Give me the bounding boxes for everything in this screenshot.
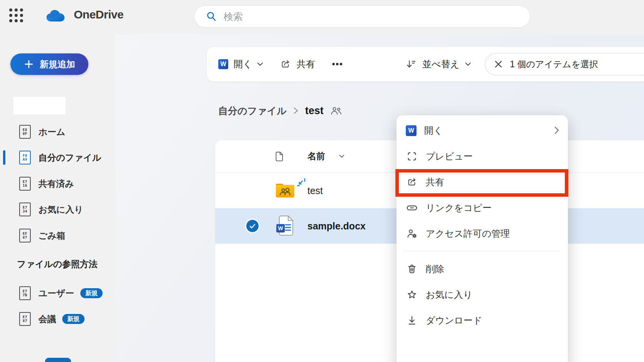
search-icon (206, 11, 217, 22)
sidebar-item-shared[interactable]: E716 共有済み (0, 173, 115, 194)
sidebar-item-label: 会議 (38, 313, 56, 325)
sort-label: 並べ替え (422, 58, 460, 70)
trash-icon (406, 263, 418, 275)
selected-check-icon[interactable] (246, 220, 259, 232)
chevron-down-icon (465, 62, 471, 66)
favorites-icon: E734 (19, 203, 31, 216)
menu-item-preview[interactable]: プレビュー (397, 143, 568, 169)
add-new-button[interactable]: 新規追加 (10, 53, 88, 75)
link-icon (406, 202, 418, 214)
breadcrumb-chevron-icon (294, 107, 298, 115)
sidebar-item-label: ごみ箱 (38, 230, 65, 242)
open-button[interactable]: W 開く (218, 47, 263, 81)
download-icon (406, 315, 418, 326)
menu-item-label: お気に入り (426, 289, 473, 301)
app-launcher-icon[interactable] (9, 8, 25, 24)
share-label: 共有 (297, 58, 315, 70)
shared-folder-icon (273, 182, 297, 199)
sidebar-item-my-files[interactable]: F0A9 自分のファイル (0, 147, 115, 168)
menu-item-label: リンクをコピー (426, 202, 491, 214)
word-icon: W (406, 125, 417, 136)
chevron-right-icon (554, 126, 559, 135)
more-icon: ••• (332, 59, 343, 69)
more-actions-button[interactable]: ••• (332, 47, 343, 81)
sidebar-item-label: 共有済み (38, 178, 74, 190)
sidebar-item-home[interactable]: E80F ホーム (0, 121, 115, 143)
sidebar-item-label: お気に入り (38, 204, 83, 216)
file-name[interactable]: test (307, 185, 323, 196)
add-new-label: 新規追加 (40, 58, 75, 70)
browse-files-section-header: ファイルの参照方法 (17, 258, 98, 270)
name-column-header[interactable]: 名前 (307, 150, 325, 162)
menu-item-label: 共有 (426, 176, 444, 188)
chevron-down-icon (257, 62, 263, 66)
menu-item-delete[interactable]: 削除 (397, 256, 568, 282)
plus-icon (24, 59, 34, 69)
menu-divider (404, 251, 560, 251)
file-name[interactable]: sample.docx (307, 221, 365, 232)
new-badge: 新規 (80, 288, 103, 298)
sidebar-item-recycle-bin[interactable]: EF87 ごみ箱 (0, 225, 115, 246)
clear-selection-icon[interactable] (495, 60, 502, 68)
document-column-icon (274, 151, 284, 162)
menu-item-label: 削除 (426, 263, 444, 275)
new-badge: 新規 (62, 314, 85, 324)
search-input[interactable]: 検索 (194, 5, 530, 28)
svg-text:W: W (278, 225, 283, 231)
share-button[interactable]: 共有 (280, 47, 315, 81)
sort-icon (405, 58, 417, 70)
onedrive-logo-icon (45, 7, 68, 22)
command-toolbar: W 開く 共有 ••• 並べ替え 1 個のアイテムを選択 (207, 47, 644, 81)
app-title: OneDrive (74, 8, 123, 21)
redacted-user-label (13, 97, 66, 115)
partial-new-badge (45, 358, 71, 362)
shared-icon: E716 (19, 177, 31, 191)
selection-status-label: 1 個のアイテムを選択 (510, 58, 598, 70)
onedrive-brand[interactable]: OneDrive (45, 7, 123, 22)
preview-icon (406, 151, 418, 162)
my-files-icon: F0A9 (19, 151, 31, 164)
share-icon (406, 176, 418, 188)
word-file-icon: W (273, 215, 297, 237)
chevron-down-icon[interactable] (339, 154, 345, 158)
sidebar-item-favorites[interactable]: E734 お気に入り (0, 199, 115, 220)
menu-item-label: ダウンロード (426, 314, 482, 327)
shared-people-icon (330, 106, 342, 116)
menu-item-label: 開く (424, 125, 443, 137)
menu-item-open[interactable]: W 開く (397, 118, 568, 143)
selection-status-pill[interactable]: 1 個のアイテムを選択 (485, 53, 644, 75)
open-label: 開く (234, 58, 252, 70)
sidebar-item-meetings[interactable]: E787 会議 新規 (0, 308, 115, 330)
breadcrumb-current: test (305, 105, 324, 117)
sidebar-item-label: 自分のファイル (38, 152, 101, 164)
meetings-nav-icon: E787 (19, 312, 31, 326)
onedrive-app: { "topbar": { "app_name": "OneDrive", "s… (0, 0, 644, 362)
word-icon: W (218, 59, 228, 69)
topbar: OneDrive 検索 (0, 0, 644, 35)
sidebar: 新規追加 E80F ホーム F0A9 自分のファイル E716 共有済み E73… (0, 35, 115, 362)
menu-item-manage-access[interactable]: アクセス許可の管理 (397, 221, 568, 246)
menu-item-label: プレビュー (426, 150, 473, 163)
star-icon (406, 289, 418, 301)
people-nav-icon: E77B (19, 286, 31, 300)
menu-item-share[interactable]: 共有 (397, 169, 568, 195)
context-menu: W 開く プレビュー 共有 リンクをコピー (397, 115, 568, 362)
menu-item-label: アクセス許可の管理 (426, 227, 510, 240)
person-gear-icon (406, 228, 418, 239)
share-icon (280, 58, 291, 70)
menu-item-download[interactable]: ダウンロード (397, 307, 568, 333)
menu-item-favorite[interactable]: お気に入り (397, 282, 568, 307)
sidebar-item-label: ユーザー (38, 287, 74, 299)
sort-button[interactable]: 並べ替え (405, 47, 471, 81)
menu-item-copy-link[interactable]: リンクをコピー (397, 195, 568, 221)
breadcrumb: 自分のファイル test (218, 102, 342, 120)
home-icon: E80F (19, 125, 31, 139)
breadcrumb-parent[interactable]: 自分のファイル (218, 105, 287, 117)
recycle-bin-icon: EF87 (19, 229, 31, 242)
search-placeholder: 検索 (224, 10, 243, 23)
sidebar-item-label: ホーム (38, 126, 65, 138)
sidebar-item-people[interactable]: E77B ユーザー 新規 (0, 282, 115, 304)
click-indicator-icon (297, 178, 307, 188)
